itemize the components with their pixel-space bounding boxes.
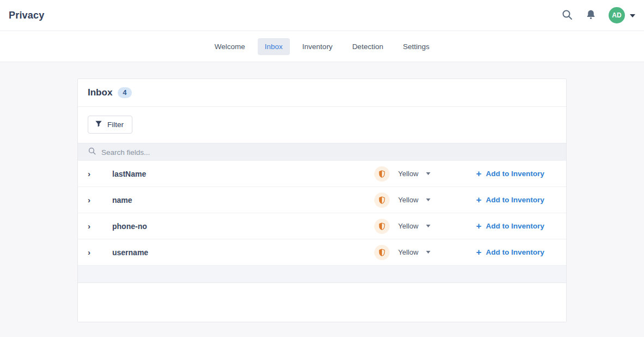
severity-dropdown-icon[interactable] bbox=[426, 251, 430, 254]
plus-icon: + bbox=[476, 248, 482, 257]
search-fields-bar bbox=[78, 143, 566, 161]
inbox-card: Inbox 4 Filter › lastName bbox=[77, 79, 567, 322]
severity-value: Yellow bbox=[398, 170, 418, 178]
card-bottom-space bbox=[78, 283, 566, 322]
tab-inbox[interactable]: Inbox bbox=[258, 38, 290, 55]
main-nav: Welcome Inbox Inventory Detection Settin… bbox=[0, 31, 644, 62]
shield-icon bbox=[374, 219, 390, 234]
row-actions: Yellow + Add to Inventory bbox=[374, 166, 544, 182]
shield-icon bbox=[374, 166, 390, 182]
field-row-phone-no: › phone-no Yellow + Add to Inventory bbox=[78, 213, 566, 239]
row-actions: Yellow + Add to Inventory bbox=[374, 219, 544, 234]
add-to-inventory-label: Add to Inventory bbox=[486, 222, 544, 230]
inbox-card-header: Inbox 4 bbox=[78, 79, 566, 107]
notifications-button[interactable] bbox=[585, 9, 597, 22]
field-name: phone-no bbox=[112, 222, 374, 231]
add-to-inventory-button[interactable]: + Add to Inventory bbox=[476, 195, 544, 204]
page-title: Inbox bbox=[88, 87, 112, 98]
top-header: Privacy AD bbox=[0, 0, 644, 31]
search-fields-input[interactable] bbox=[101, 148, 556, 157]
field-name: username bbox=[112, 248, 374, 257]
inbox-count-badge: 4 bbox=[118, 87, 131, 98]
user-menu[interactable]: AD bbox=[609, 7, 635, 23]
add-to-inventory-button[interactable]: + Add to Inventory bbox=[476, 221, 544, 231]
expand-chevron-icon[interactable]: › bbox=[88, 248, 112, 257]
shield-icon bbox=[374, 192, 390, 208]
app-title: Privacy bbox=[9, 10, 44, 21]
tab-detection[interactable]: Detection bbox=[345, 38, 390, 55]
field-row-name: › name Yellow + Add to Inventory bbox=[78, 187, 566, 213]
severity-value: Yellow bbox=[398, 248, 418, 256]
field-row-lastname: › lastName Yellow + Add to Inventory bbox=[78, 161, 566, 187]
search-icon bbox=[88, 147, 96, 158]
plus-icon: + bbox=[476, 195, 482, 204]
add-to-inventory-label: Add to Inventory bbox=[486, 248, 544, 256]
shield-icon bbox=[374, 245, 390, 260]
search-button[interactable] bbox=[561, 9, 573, 22]
plus-icon: + bbox=[476, 169, 482, 178]
add-to-inventory-button[interactable]: + Add to Inventory bbox=[476, 248, 544, 257]
filter-funnel-icon bbox=[95, 120, 102, 129]
field-name: lastName bbox=[112, 170, 374, 178]
add-to-inventory-label: Add to Inventory bbox=[486, 170, 544, 178]
field-row-username: › username Yellow + Add to Inventory bbox=[78, 239, 566, 266]
filter-button-label: Filter bbox=[107, 121, 124, 129]
severity-dropdown-icon[interactable] bbox=[426, 172, 430, 175]
tab-settings[interactable]: Settings bbox=[396, 38, 436, 55]
bell-icon bbox=[585, 9, 597, 22]
filter-section: Filter bbox=[78, 107, 566, 143]
expand-chevron-icon[interactable]: › bbox=[88, 169, 112, 178]
severity-value: Yellow bbox=[398, 222, 418, 230]
severity-value: Yellow bbox=[398, 196, 418, 204]
expand-chevron-icon[interactable]: › bbox=[88, 221, 112, 231]
filter-button[interactable]: Filter bbox=[88, 116, 132, 134]
severity-dropdown-icon[interactable] bbox=[426, 225, 430, 227]
table-footer bbox=[78, 266, 566, 283]
row-actions: Yellow + Add to Inventory bbox=[374, 245, 544, 260]
search-icon bbox=[561, 9, 573, 22]
row-actions: Yellow + Add to Inventory bbox=[374, 192, 544, 208]
avatar[interactable]: AD bbox=[609, 7, 625, 23]
add-to-inventory-button[interactable]: + Add to Inventory bbox=[476, 169, 544, 178]
chevron-down-icon bbox=[630, 14, 635, 17]
field-name: name bbox=[112, 196, 374, 204]
tab-welcome[interactable]: Welcome bbox=[208, 38, 252, 55]
tab-inventory[interactable]: Inventory bbox=[295, 38, 340, 55]
severity-dropdown-icon[interactable] bbox=[426, 198, 430, 201]
plus-icon: + bbox=[476, 221, 482, 231]
add-to-inventory-label: Add to Inventory bbox=[486, 196, 544, 204]
expand-chevron-icon[interactable]: › bbox=[88, 195, 112, 204]
header-actions: AD bbox=[561, 7, 635, 23]
